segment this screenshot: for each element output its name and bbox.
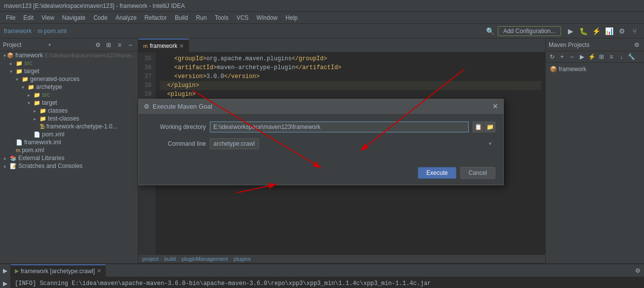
execute-maven-goal-dialog: ⚙ Execute Maven Goal ✕ Working directory… xyxy=(138,99,504,185)
cancel-button[interactable]: Cancel xyxy=(460,167,495,179)
dialog-close-button[interactable]: ✕ xyxy=(492,102,498,110)
dialog-title-text: Execute Maven Goal xyxy=(153,103,212,110)
working-dir-row: Working directory 📋 📁 xyxy=(147,122,495,132)
command-line-select-wrap: archetype:crawl xyxy=(210,138,495,149)
working-dir-copy-button[interactable]: 📋 xyxy=(473,122,483,132)
dialog-actions: Execute Cancel xyxy=(139,163,503,185)
execute-button[interactable]: Execute xyxy=(418,167,456,179)
dialog-overlay: ⚙ Execute Maven Goal ✕ Working directory… xyxy=(0,0,644,288)
dialog-body: Working directory 📋 📁 Command line arche… xyxy=(139,114,503,163)
working-dir-buttons: 📋 📁 xyxy=(473,122,495,132)
working-dir-label: Working directory xyxy=(147,123,206,130)
command-line-row: Command line archetype:crawl xyxy=(147,138,495,149)
dialog-title-bar: ⚙ Execute Maven Goal ✕ xyxy=(139,99,503,114)
command-line-select[interactable]: archetype:crawl xyxy=(210,138,259,149)
command-line-label: Command line xyxy=(147,140,206,147)
working-dir-input[interactable] xyxy=(210,122,469,132)
working-dir-browse-button[interactable]: 📁 xyxy=(484,122,495,132)
dialog-icon: ⚙ xyxy=(144,103,150,110)
